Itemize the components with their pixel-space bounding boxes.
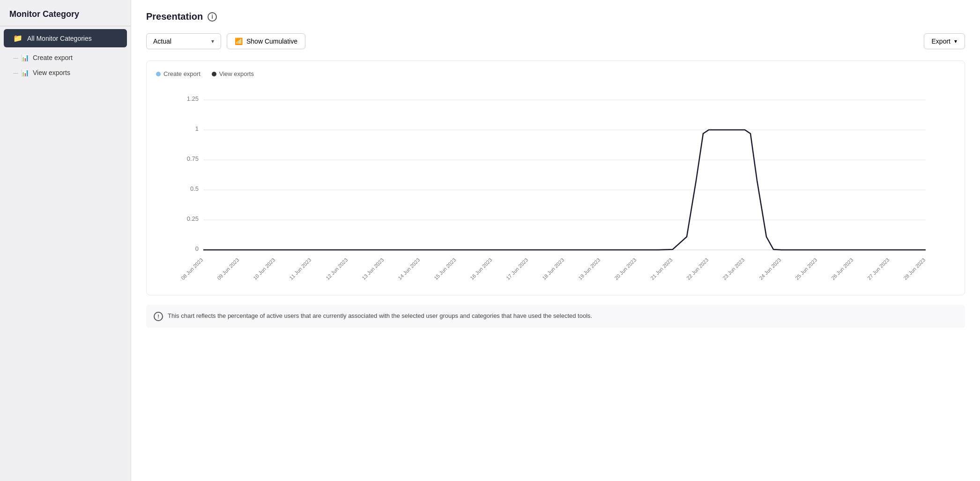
svg-text:0.25: 0.25 xyxy=(187,215,199,222)
chart-legend: Create export View exports xyxy=(156,70,955,79)
main-content: Presentation i Actual ▾ 📶 Show Cumulativ… xyxy=(131,0,980,481)
toolbar: Actual ▾ 📶 Show Cumulative Export ▾ xyxy=(146,33,965,49)
legend-create-export-label: Create export xyxy=(163,70,200,77)
legend-dot-dark xyxy=(212,72,216,76)
svg-text:15 Jun 2023: 15 Jun 2023 xyxy=(433,257,457,281)
tree-dash-2: — xyxy=(13,70,18,75)
page-header: Presentation i xyxy=(146,11,965,22)
sidebar-item-view-exports[interactable]: — 📊 View exports xyxy=(9,65,131,80)
bar-chart-icon-2: 📊 xyxy=(21,69,29,76)
export-label: Export xyxy=(932,38,950,45)
legend-item-view-exports: View exports xyxy=(212,70,254,77)
page-title: Presentation xyxy=(146,11,203,22)
svg-text:13 Jun 2023: 13 Jun 2023 xyxy=(361,257,385,281)
sidebar: Monitor Category 📁 All Monitor Categorie… xyxy=(0,0,131,481)
legend-view-exports-label: View exports xyxy=(219,70,254,77)
svg-text:10 Jun 2023: 10 Jun 2023 xyxy=(252,257,276,281)
svg-text:1: 1 xyxy=(195,125,199,132)
svg-text:28 Jun 2023: 28 Jun 2023 xyxy=(902,257,926,281)
dropdown-value: Actual xyxy=(153,38,171,45)
tree-dash-1: — xyxy=(13,55,18,60)
svg-text:17 Jun 2023: 17 Jun 2023 xyxy=(505,257,529,281)
svg-text:14 Jun 2023: 14 Jun 2023 xyxy=(397,257,421,281)
sidebar-sub-items: — 📊 Create export — 📊 View exports xyxy=(0,50,131,80)
svg-text:24 Jun 2023: 24 Jun 2023 xyxy=(758,257,782,281)
chevron-down-icon: ▾ xyxy=(211,38,214,45)
export-button[interactable]: Export ▾ xyxy=(924,33,965,49)
view-exports-label: View exports xyxy=(33,69,70,76)
chart-container: Create export View exports 1.25 1 0.75 0… xyxy=(146,60,965,295)
svg-text:16 Jun 2023: 16 Jun 2023 xyxy=(469,257,493,281)
create-export-label: Create export xyxy=(33,54,73,61)
note-icon: ! xyxy=(154,312,163,321)
legend-item-create-export: Create export xyxy=(156,70,200,77)
legend-dot-blue xyxy=(156,72,161,76)
svg-text:18 Jun 2023: 18 Jun 2023 xyxy=(541,257,565,281)
svg-text:09 Jun 2023: 09 Jun 2023 xyxy=(216,257,240,281)
svg-text:11 Jun 2023: 11 Jun 2023 xyxy=(288,257,312,281)
svg-text:12 Jun 2023: 12 Jun 2023 xyxy=(325,257,349,281)
svg-text:19 Jun 2023: 19 Jun 2023 xyxy=(577,257,601,281)
svg-text:21 Jun 2023: 21 Jun 2023 xyxy=(649,257,673,281)
sidebar-item-create-export[interactable]: — 📊 Create export xyxy=(9,50,131,65)
svg-text:26 Jun 2023: 26 Jun 2023 xyxy=(830,257,854,281)
actual-dropdown[interactable]: Actual ▾ xyxy=(146,33,221,49)
info-icon[interactable]: i xyxy=(208,12,217,22)
svg-text:27 Jun 2023: 27 Jun 2023 xyxy=(866,257,890,281)
sidebar-active-label: All Monitor Categories xyxy=(27,35,92,42)
svg-text:0.5: 0.5 xyxy=(190,185,199,192)
svg-text:0.75: 0.75 xyxy=(187,155,199,162)
chart-svg: 1.25 1 0.75 0.5 0.25 0 08 Jun 2023 xyxy=(156,87,955,284)
svg-text:08 Jun 2023: 08 Jun 2023 xyxy=(180,257,204,281)
chart-svg-wrapper: 1.25 1 0.75 0.5 0.25 0 08 Jun 2023 xyxy=(156,87,955,286)
svg-text:1.25: 1.25 xyxy=(187,95,199,102)
sidebar-title: Monitor Category xyxy=(0,9,131,26)
folder-icon: 📁 xyxy=(13,34,22,43)
svg-text:23 Jun 2023: 23 Jun 2023 xyxy=(721,257,745,281)
note-text: This chart reflects the percentage of ac… xyxy=(168,311,592,321)
bar-chart-icon-1: 📊 xyxy=(21,54,29,61)
show-cumulative-button[interactable]: 📶 Show Cumulative xyxy=(227,33,305,49)
svg-text:22 Jun 2023: 22 Jun 2023 xyxy=(685,257,709,281)
svg-text:20 Jun 2023: 20 Jun 2023 xyxy=(613,257,637,281)
svg-text:0: 0 xyxy=(195,245,199,252)
export-chevron-icon: ▾ xyxy=(954,38,957,45)
svg-text:25 Jun 2023: 25 Jun 2023 xyxy=(794,257,818,281)
bar-chart-small-icon: 📶 xyxy=(235,38,243,45)
show-cumulative-label: Show Cumulative xyxy=(246,38,297,45)
chart-note: ! This chart reflects the percentage of … xyxy=(146,305,965,328)
x-axis-labels: 08 Jun 2023 09 Jun 2023 10 Jun 2023 11 J… xyxy=(180,257,926,281)
sidebar-item-all-monitor-categories[interactable]: 📁 All Monitor Categories xyxy=(4,29,127,47)
